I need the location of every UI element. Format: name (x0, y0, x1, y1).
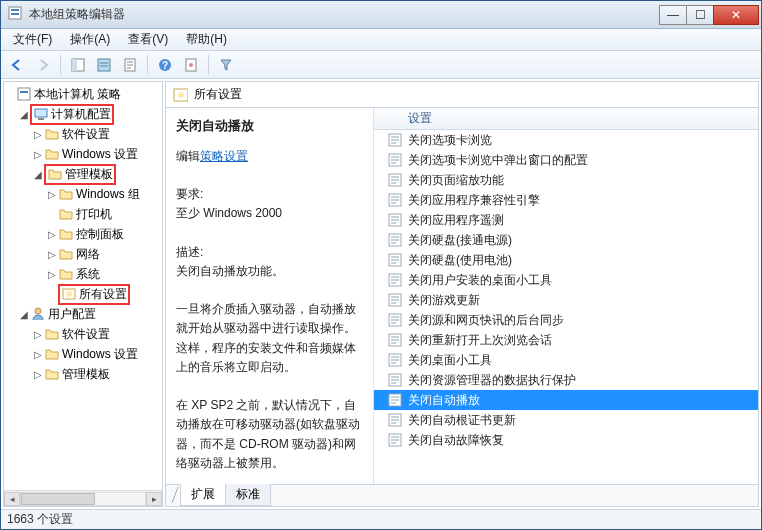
tab-expand[interactable]: 扩展 (180, 484, 226, 506)
settings-row[interactable]: 关闭自动播放 (374, 390, 758, 410)
show-hide-tree-button[interactable] (66, 53, 90, 77)
settings-row[interactable]: 关闭源和网页快讯的后台同步 (374, 310, 758, 330)
expand-icon[interactable]: ▷ (32, 329, 44, 340)
settings-list[interactable]: 关闭选项卡浏览关闭选项卡浏览中弹出窗口的配置关闭页面缩放功能关闭应用程序兼容性引… (374, 130, 758, 484)
tree-pane[interactable]: 本地计算机 策略 ◢ 计算机配置 ▷ 软件设置 ▷ W (3, 81, 163, 507)
back-button[interactable] (5, 53, 29, 77)
expand-icon[interactable]: ▷ (46, 189, 58, 200)
statusbar: 1663 个设置 (1, 509, 761, 529)
titlebar[interactable]: 本地组策略编辑器 — ☐ ✕ (1, 1, 761, 29)
export-button[interactable] (118, 53, 142, 77)
settings-row-label: 关闭硬盘(使用电池) (408, 252, 512, 269)
expand-icon[interactable]: ▷ (46, 229, 58, 240)
expand-icon[interactable]: ▷ (46, 269, 58, 280)
filter-button[interactable] (214, 53, 238, 77)
settings-icon (172, 87, 188, 103)
forward-button[interactable] (31, 53, 55, 77)
app-icon (7, 5, 23, 24)
svg-rect-14 (20, 91, 28, 93)
settings-row[interactable]: 关闭页面缩放功能 (374, 170, 758, 190)
tree-all-settings[interactable]: 所有设置 (4, 284, 162, 304)
requirement-label: 要求: (176, 185, 363, 204)
detail-title: 关闭自动播放 (176, 116, 363, 137)
settings-row-label: 关闭选项卡浏览中弹出窗口的配置 (408, 152, 588, 169)
settings-row[interactable]: 关闭自动根证书更新 (374, 410, 758, 430)
settings-row[interactable]: 关闭重新打开上次浏览会话 (374, 330, 758, 350)
settings-row[interactable]: 关闭桌面小工具 (374, 350, 758, 370)
tree-admin-templates[interactable]: ◢ 管理模板 (4, 164, 162, 184)
menu-action[interactable]: 操作(A) (62, 29, 118, 50)
expand-icon[interactable]: ▷ (32, 149, 44, 160)
tree-user-software[interactable]: ▷ 软件设置 (4, 324, 162, 344)
tree-software-settings[interactable]: ▷ 软件设置 (4, 124, 162, 144)
svg-rect-1 (11, 9, 19, 11)
menu-file[interactable]: 文件(F) (5, 29, 60, 50)
settings-row[interactable]: 关闭应用程序遥测 (374, 210, 758, 230)
folder-icon (58, 206, 74, 222)
tree-user-windows[interactable]: ▷ Windows 设置 (4, 344, 162, 364)
settings-row[interactable]: 关闭选项卡浏览 (374, 130, 758, 150)
toolbar: ? (1, 51, 761, 79)
policy-item-icon (388, 313, 402, 327)
svg-line-38 (172, 487, 178, 503)
help-button[interactable]: ? (153, 53, 177, 77)
collapse-icon[interactable]: ◢ (18, 109, 30, 120)
settings-row-label: 关闭游戏更新 (408, 292, 480, 309)
tree-control-panel[interactable]: ▷ 控制面板 (4, 224, 162, 244)
policy-item-icon (388, 393, 402, 407)
settings-row[interactable]: 关闭应用程序兼容性引擎 (374, 190, 758, 210)
svg-point-12 (189, 63, 193, 67)
menu-view[interactable]: 查看(V) (120, 29, 176, 50)
expand-icon[interactable]: ▷ (32, 349, 44, 360)
tree-system[interactable]: ▷ 系统 (4, 264, 162, 284)
policy-item-icon (388, 373, 402, 387)
user-icon (30, 306, 46, 322)
expand-icon[interactable]: ▷ (46, 249, 58, 260)
tree-user-admin[interactable]: ▷ 管理模板 (4, 364, 162, 384)
options-button[interactable] (179, 53, 203, 77)
svg-point-21 (178, 92, 184, 98)
menu-help[interactable]: 帮助(H) (178, 29, 235, 50)
description-text: 关闭自动播放功能。 (176, 262, 363, 281)
tree-windows-components[interactable]: ▷ Windows 组 (4, 184, 162, 204)
policy-item-icon (388, 273, 402, 287)
settings-row[interactable]: 关闭选项卡浏览中弹出窗口的配置 (374, 150, 758, 170)
expand-icon[interactable]: ▷ (32, 369, 44, 380)
close-button[interactable]: ✕ (713, 5, 759, 25)
maximize-button[interactable]: ☐ (686, 5, 714, 25)
list-column-header[interactable]: 设置 (374, 108, 758, 130)
expand-icon[interactable]: ▷ (32, 129, 44, 140)
collapse-icon[interactable]: ◢ (32, 169, 44, 180)
tree-network[interactable]: ▷ 网络 (4, 244, 162, 264)
settings-row[interactable]: 关闭硬盘(使用电池) (374, 250, 758, 270)
settings-row[interactable]: 关闭自动故障恢复 (374, 430, 758, 450)
tree-windows-settings[interactable]: ▷ Windows 设置 (4, 144, 162, 164)
properties-button[interactable] (92, 53, 116, 77)
settings-row-label: 关闭页面缩放功能 (408, 172, 504, 189)
policy-item-icon (388, 353, 402, 367)
policy-item-icon (388, 213, 402, 227)
status-text: 1663 个设置 (7, 511, 73, 528)
settings-row[interactable]: 关闭硬盘(接通电源) (374, 230, 758, 250)
minimize-button[interactable]: — (659, 5, 687, 25)
tab-standard[interactable]: 标准 (225, 484, 271, 506)
tree-printers[interactable]: 打印机 (4, 204, 162, 224)
settings-row-label: 关闭硬盘(接通电源) (408, 232, 512, 249)
settings-row[interactable]: 关闭资源管理器的数据执行保护 (374, 370, 758, 390)
edit-policy-link[interactable]: 策略设置 (200, 149, 248, 163)
svg-rect-5 (98, 59, 110, 71)
description-label: 描述: (176, 243, 363, 262)
settings-row[interactable]: 关闭用户安装的桌面小工具 (374, 270, 758, 290)
svg-rect-16 (38, 118, 44, 120)
tabs: 扩展 标准 (166, 484, 758, 506)
tree-user-config[interactable]: ◢ 用户配置 (4, 304, 162, 324)
tree-root[interactable]: 本地计算机 策略 (4, 84, 162, 104)
policy-item-icon (388, 433, 402, 447)
tree-computer-config[interactable]: ◢ 计算机配置 (4, 104, 162, 124)
policy-item-icon (388, 333, 402, 347)
folder-icon (44, 346, 60, 362)
collapse-icon[interactable]: ◢ (18, 309, 30, 320)
policy-item-icon (388, 413, 402, 427)
settings-row[interactable]: 关闭游戏更新 (374, 290, 758, 310)
tree-hscroll[interactable]: ◂▸ (4, 490, 162, 506)
